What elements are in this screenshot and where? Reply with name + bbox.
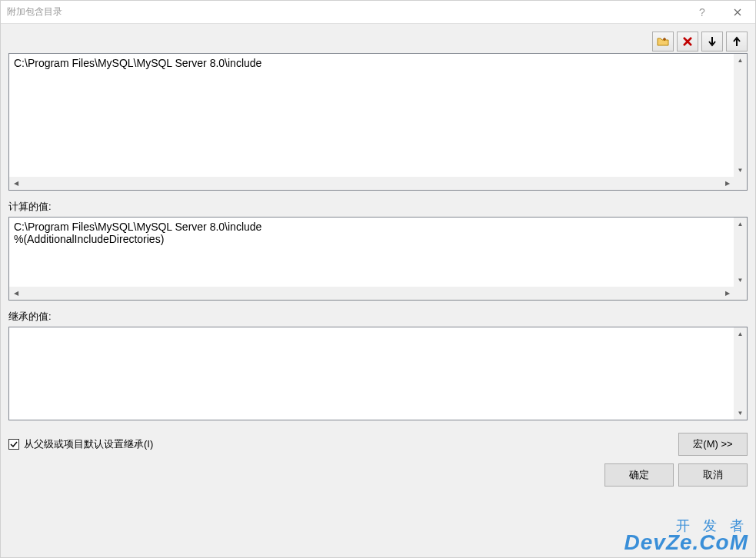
vertical-scrollbar[interactable]: ▲ ▼ — [734, 54, 747, 177]
folder-icon — [657, 36, 669, 47]
scroll-corner — [734, 287, 747, 300]
horizontal-scrollbar[interactable]: ◀ ▶ — [9, 177, 747, 190]
scroll-left-icon: ◀ — [9, 287, 22, 300]
computed-values: C:\Program Files\MySQL\MySQL Server 8.0\… — [8, 217, 748, 301]
inherited-values: ▲ ▼ — [8, 327, 748, 420]
paths-text[interactable]: C:\Program Files\MySQL\MySQL Server 8.0\… — [9, 54, 734, 177]
ok-button[interactable]: 确定 — [604, 463, 674, 487]
inherited-text — [9, 327, 734, 420]
titlebar-controls: ? — [684, 1, 755, 23]
close-button[interactable] — [720, 1, 755, 23]
move-down-button[interactable] — [701, 32, 723, 51]
scroll-up-icon: ▲ — [734, 54, 747, 67]
vertical-scrollbar[interactable]: ▲ ▼ — [734, 327, 747, 420]
scroll-down-icon: ▼ — [734, 407, 747, 420]
toolbar — [8, 32, 748, 51]
inherit-row: 从父级或项目默认设置继承(I) 宏(M) >> — [8, 433, 748, 456]
vertical-scrollbar[interactable]: ▲ ▼ — [734, 218, 747, 287]
scroll-corner — [734, 177, 747, 190]
window-title: 附加包含目录 — [7, 5, 684, 18]
paths-editor[interactable]: C:\Program Files\MySQL\MySQL Server 8.0\… — [8, 53, 748, 191]
up-arrow-icon — [732, 36, 741, 47]
inherit-checkbox-label: 从父级或项目默认设置继承(I) — [24, 437, 153, 451]
scroll-down-icon: ▼ — [734, 164, 747, 177]
new-line-button[interactable] — [652, 32, 674, 51]
delete-button[interactable] — [677, 32, 698, 51]
scroll-left-icon: ◀ — [9, 177, 22, 190]
footer-buttons: 确定 取消 — [8, 463, 748, 487]
dialog-content: C:\Program Files\MySQL\MySQL Server 8.0\… — [1, 24, 755, 557]
dialog-window: 附加包含目录 ? — [0, 0, 756, 558]
down-arrow-icon — [708, 36, 717, 47]
inherited-label: 继承的值: — [8, 310, 748, 324]
computed-label: 计算的值: — [8, 200, 748, 214]
titlebar: 附加包含目录 ? — [1, 1, 755, 24]
close-icon — [734, 8, 741, 16]
scroll-up-icon: ▲ — [734, 218, 747, 231]
scroll-right-icon: ▶ — [721, 177, 734, 190]
computed-text: C:\Program Files\MySQL\MySQL Server 8.0\… — [9, 218, 734, 287]
checkbox-box — [8, 439, 19, 450]
cancel-button[interactable]: 取消 — [678, 463, 748, 487]
scroll-down-icon: ▼ — [734, 274, 747, 287]
scroll-right-icon: ▶ — [721, 287, 734, 300]
macro-button[interactable]: 宏(M) >> — [678, 433, 748, 456]
scroll-up-icon: ▲ — [734, 327, 747, 340]
move-up-button[interactable] — [726, 32, 748, 51]
inherit-checkbox[interactable]: 从父级或项目默认设置继承(I) — [8, 437, 153, 451]
horizontal-scrollbar[interactable]: ◀ ▶ — [9, 287, 747, 300]
help-button[interactable]: ? — [684, 1, 720, 23]
delete-icon — [682, 36, 693, 47]
checkmark-icon — [10, 440, 18, 448]
